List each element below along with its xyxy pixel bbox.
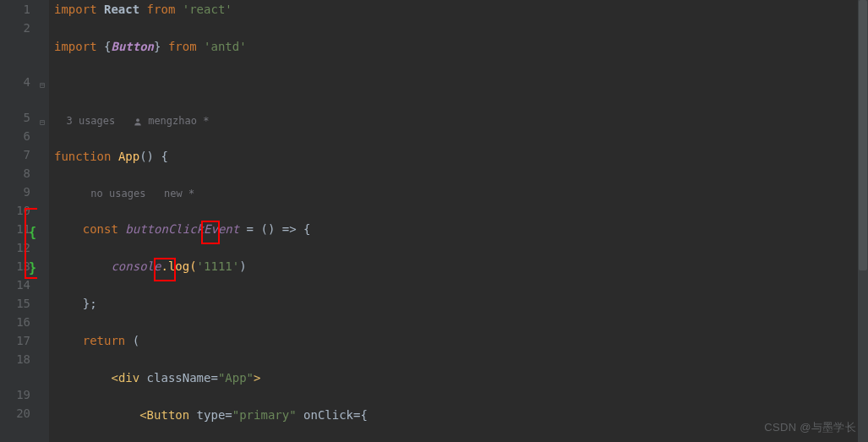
inlay-hint: 3 usages mengzhao * — [54, 112, 868, 128]
scrollbar-thumb[interactable] — [859, 0, 867, 270]
code-line: console.log('1111') — [54, 257, 868, 276]
ln: 5 — [0, 108, 37, 127]
scrollbar-track[interactable] — [858, 0, 868, 442]
ln: 18 — [0, 350, 37, 368]
line-number-gutter: 1 2 4 5 6 7 8 9 10 11 12 13 14 15 16 17 … — [0, 0, 37, 442]
code-line: <Button type="primary" onClick={ — [54, 406, 868, 424]
ln: 19 — [0, 385, 37, 404]
ln: 4 — [0, 73, 37, 91]
ln — [0, 37, 37, 56]
svg-point-0 — [136, 118, 139, 122]
code-line: import {Button} from 'antd' — [54, 37, 868, 56]
watermark: CSDN @与墨学长 — [764, 418, 856, 437]
highlight-box-code — [201, 221, 220, 244]
code-line: return ( — [54, 331, 868, 350]
ln: 2 — [0, 19, 37, 37]
inlay-hint: no usages new * — [54, 184, 868, 201]
ln: 8 — [0, 164, 37, 183]
brace-close-icon: } — [29, 259, 36, 277]
code-line: import React from 'react' — [54, 0, 868, 19]
code-line: function App() { — [54, 147, 868, 166]
ln: 1 — [0, 0, 37, 19]
ln: 15 — [0, 294, 37, 313]
ln: 16 — [0, 313, 37, 331]
fold-toggle-icon[interactable]: ⊟ — [40, 76, 45, 95]
ln: 20 — [0, 404, 37, 423]
code-line: <div className="App"> — [54, 368, 868, 387]
brace-open-icon: { — [29, 223, 36, 242]
ln: 6 — [0, 127, 37, 145]
fold-strip: ⊟ ⊟ — [37, 0, 49, 442]
code-line: const buttonClickEvent = () => { — [54, 220, 868, 238]
ln: 7 — [0, 145, 37, 164]
highlight-box-code — [154, 258, 176, 281]
code-line: }; — [54, 294, 868, 313]
fold-toggle-icon[interactable]: ⊟ — [40, 113, 45, 132]
ln: 17 — [0, 331, 37, 350]
code-editor[interactable]: 1 2 4 5 6 7 8 9 10 11 12 13 14 15 16 17 … — [0, 0, 868, 442]
user-icon — [134, 117, 142, 126]
ln: 9 — [0, 183, 37, 201]
code-area[interactable]: import React from 'react' import {Button… — [49, 0, 868, 442]
